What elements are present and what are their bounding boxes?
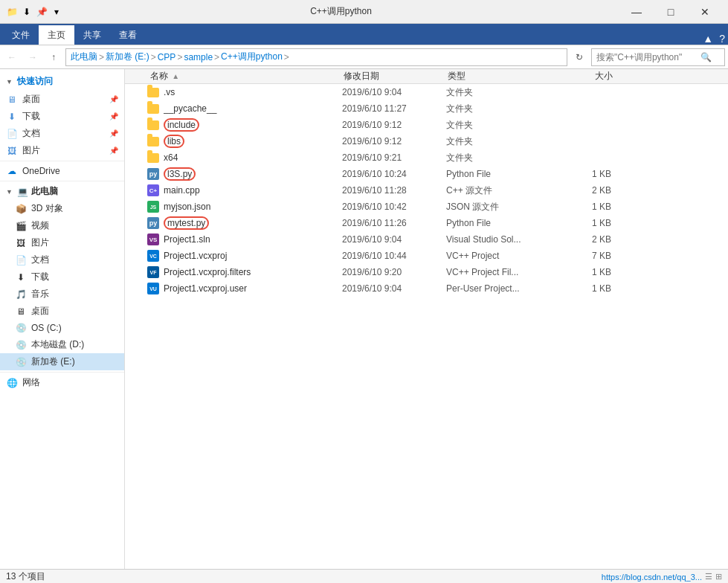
file-date: 2019/6/10 9:04 [342,283,446,294]
sidebar-label-images: 图片 [31,236,49,249]
file-date: 2019/6/10 10:44 [342,251,446,261]
col-header-name[interactable]: 名称 ▲ [147,70,341,83]
path-drive[interactable]: 新加卷 (E:) [106,51,149,63]
quick-access-label: 快速访问 [17,75,53,88]
sidebar-item-video[interactable]: 🎬 视频 [0,217,124,234]
sidebar-item-desktop[interactable]: 🖥 桌面 📌 [0,91,124,108]
file-name: .vs [164,87,342,97]
sidebar-thispc-header[interactable]: ▼ 💻 此电脑 [0,183,124,200]
table-row[interactable]: VC Project1.vcxproj 2019/6/10 10:44 VC++… [125,248,728,264]
sidebar-item-driveD[interactable]: 💿 本地磁盘 (D:) [0,336,124,353]
file-name: l3S.py [164,167,342,181]
table-row[interactable]: VU Project1.vcxproj.user 2019/6/10 9:04 … [125,280,728,297]
file-name: Project1.sln [164,234,342,245]
close-button[interactable]: ✕ [688,0,722,24]
quick-access-icon1[interactable]: ⬇ [21,6,33,18]
sidebar-item-pics[interactable]: 🖼 图片 📌 [0,142,124,159]
file-date: 2019/6/10 9:04 [342,234,446,245]
up-button[interactable]: ↑ [45,48,62,66]
file-size: 1 KB [558,218,617,228]
forward-button[interactable]: → [24,48,42,66]
sidebar-item-download[interactable]: ⬇ 下载 📌 [0,108,124,125]
tab-home[interactable]: 主页 [39,25,74,45]
file-name: __pycache__ [164,103,342,114]
sidebar-item-driveE[interactable]: 💿 新加卷 (E:) [0,353,124,370]
refresh-button[interactable]: ↻ [570,48,588,66]
col-header-size[interactable]: 大小 [556,70,616,83]
download-icon: ⬇ [6,111,18,123]
table-row[interactable]: VF Project1.vcxproj.filters 2019/6/10 9:… [125,264,728,280]
pin-indicator4: 📌 [109,146,118,155]
table-row[interactable]: py mytest.py 2019/6/10 11:26 Python File… [125,215,728,231]
video-icon: 🎬 [15,220,27,232]
ribbon-collapse-button[interactable]: ▲ [703,33,713,45]
dropdown-icon[interactable]: ▾ [51,6,62,18]
back-button[interactable]: ← [3,48,21,66]
tab-file[interactable]: 文件 [3,25,39,45]
view-icon-grid[interactable]: ⊞ [715,572,722,582]
search-input[interactable] [596,52,700,62]
help-icon[interactable]: ? [719,33,725,45]
file-name: mytest.py [164,216,342,230]
table-row[interactable]: C+ main.cpp 2019/6/10 11:28 C++ 源文件 2 KB [125,182,728,199]
file-name: libs [164,135,342,148]
col-header-date[interactable]: 修改日期 [341,70,445,83]
maximize-button[interactable]: □ [654,0,688,24]
sidebar-item-desktop2[interactable]: 🖥 桌面 [0,303,124,320]
search-box: 🔍 [591,48,725,66]
path-sample[interactable]: sample [184,52,213,62]
table-row[interactable]: x64 2019/6/10 9:21 文件夹 [125,149,728,166]
sidebar-label-music: 音乐 [31,288,49,300]
blog-link[interactable]: https://blog.csdn.net/qq_3... [602,573,702,582]
sort-icon: ▲ [172,72,179,80]
path-current[interactable]: C++调用python [221,51,283,63]
sidebar-item-images[interactable]: 🖼 图片 [0,234,124,251]
col-header-type[interactable]: 类型 [445,70,556,83]
sidebar-item-driveC[interactable]: 💿 OS (C:) [0,320,124,336]
minimize-button[interactable]: — [619,0,654,24]
pin-icon[interactable]: 📌 [36,6,48,18]
file-date: 2019/6/10 9:04 [342,87,446,97]
sidebar-label-download: 下载 [22,110,40,123]
sidebar-label-driveC: OS (C:) [31,323,62,333]
table-row[interactable]: VS Project1.sln 2019/6/10 9:04 Visual St… [125,231,728,248]
file-type: Visual Studio Sol... [446,234,558,245]
path-cpp[interactable]: CPP [158,52,176,62]
tab-share[interactable]: 共享 [74,25,110,45]
sidebar-thispc-label: 此电脑 [31,185,58,198]
table-row[interactable]: .vs 2019/6/10 9:04 文件夹 [125,84,728,100]
file-type: Per-User Project... [446,283,558,294]
table-row[interactable]: libs 2019/6/10 9:12 文件夹 [125,133,728,149]
file-type: 文件夹 [446,103,558,115]
file-date: 2019/6/10 11:27 [342,103,446,114]
path-thispc[interactable]: 此电脑 [71,51,97,63]
sidebar-label-document: 文档 [31,254,49,266]
sidebar-label-network: 网络 [22,376,40,389]
tab-view[interactable]: 查看 [110,25,146,45]
main-layout: ▼ 快速访问 🖥 桌面 📌 ⬇ 下载 📌 📄 文档 📌 🖼 图片 📌 ☁ O [0,69,728,569]
sidebar-label-pics: 图片 [22,144,40,157]
file-name: Project1.vcxproj.user [164,283,342,294]
table-row[interactable]: py l3S.py 2019/6/10 10:24 Python File 1 … [125,166,728,182]
pics-icon: 🖼 [6,145,18,157]
file-type: 文件夹 [446,135,558,148]
sidebar-item-onedrive[interactable]: ☁ OneDrive [0,163,124,179]
sidebar-item-document[interactable]: 📄 文档 [0,251,124,268]
sidebar-item-music[interactable]: 🎵 音乐 [0,286,124,303]
search-icon[interactable]: 🔍 [700,52,712,62]
sidebar-item-download2[interactable]: ⬇ 下载 [0,268,124,286]
sidebar-quick-access[interactable]: ▼ 快速访问 [0,72,124,91]
table-row[interactable]: JS myjson.json 2019/6/10 10:42 JSON 源文件 … [125,199,728,215]
sidebar-item-3d[interactable]: 📦 3D 对象 [0,200,124,217]
table-row[interactable]: __pycache__ 2019/6/10 11:27 文件夹 [125,100,728,117]
sidebar-item-network[interactable]: 🌐 网络 [0,374,124,391]
file-icon [147,88,164,97]
view-icon-list[interactable]: ☰ [705,572,712,582]
file-date: 2019/6/10 11:28 [342,185,446,196]
file-type: 文件夹 [446,152,558,164]
address-path[interactable]: 此电脑 > 新加卷 (E:) > CPP > sample > C++调用pyt… [65,48,567,66]
window-controls: — □ ✕ [619,0,722,24]
sidebar-item-docs[interactable]: 📄 文档 📌 [0,125,124,142]
path-sep1: > [99,52,104,62]
table-row[interactable]: include 2019/6/10 9:12 文件夹 [125,117,728,133]
